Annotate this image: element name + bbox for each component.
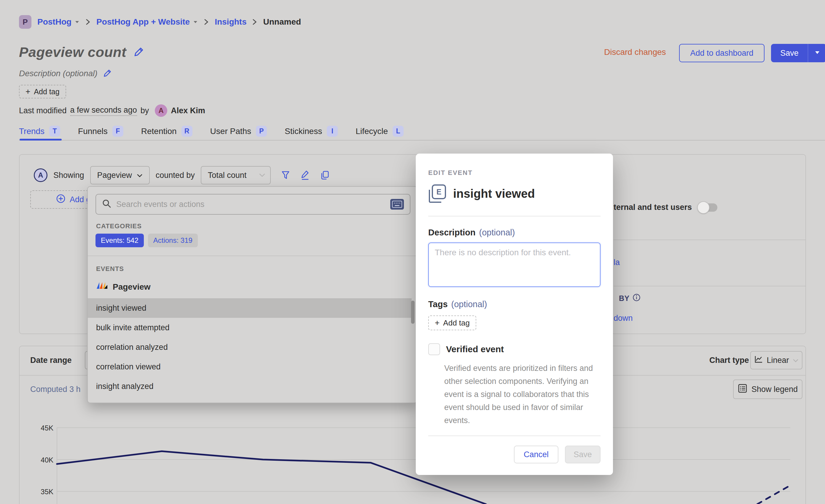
chevron-right-icon <box>204 18 209 25</box>
chevron-down-icon <box>793 356 799 365</box>
chevron-right-icon <box>86 18 90 25</box>
page-header: Pageview count <box>19 44 144 60</box>
computed-status-fragment: Computed 3 h <box>30 385 81 394</box>
rename-pencil-icon[interactable] <box>300 170 310 180</box>
caret-down-icon <box>74 20 80 24</box>
event-search-box <box>95 194 410 215</box>
save-button[interactable]: Save <box>771 44 808 62</box>
add-tag-button[interactable]: + Add tag <box>19 85 66 98</box>
shortcut-badge: R <box>181 126 193 137</box>
event-group-header: Pageview <box>96 281 151 292</box>
tabs-divider <box>19 140 825 141</box>
breadcrumb-current: Unnamed <box>263 17 301 27</box>
chip-events[interactable]: Events: 542 <box>95 234 144 247</box>
modal-kicker: EDIT EVENT <box>428 169 473 177</box>
breadcrumb: P PostHog PostHog App + Website Insights… <box>19 15 301 29</box>
active-tab-underline <box>19 139 62 141</box>
internal-users-toggle[interactable] <box>698 203 717 212</box>
tab-user-paths[interactable]: User Paths P <box>210 126 267 137</box>
verified-event-description: Verified events are prioritized in filte… <box>444 362 603 427</box>
filter-icon[interactable] <box>281 170 290 180</box>
modal-title: insight viewed <box>453 187 535 200</box>
event-list-item[interactable]: insight viewed <box>88 298 411 318</box>
modal-divider <box>428 216 601 217</box>
cancel-button[interactable]: Cancel <box>514 445 558 464</box>
posthog-app: { "breadcrumb": { "org_initial": "P", "i… <box>0 0 825 504</box>
description-label-row: Description (optional) <box>428 228 515 238</box>
category-chips: Events: 542 Actions: 319 <box>95 234 198 247</box>
plus-icon: + <box>435 318 440 328</box>
tab-lifecycle[interactable]: Lifecycle L <box>356 126 403 137</box>
edit-event-modal: EDIT EVENT E insight viewed Description … <box>416 154 613 475</box>
trend-line-dashed-projection <box>757 485 790 504</box>
modal-save-button-disabled[interactable]: Save <box>565 445 601 464</box>
add-to-dashboard-button[interactable]: Add to dashboard <box>679 44 764 62</box>
event-list-item[interactable]: correlation viewed <box>88 357 411 376</box>
verified-event-row: Verified event <box>428 343 504 355</box>
chip-actions[interactable]: Actions: 319 <box>148 234 198 247</box>
verified-event-label: Verified event <box>446 344 504 354</box>
picker-divider <box>88 256 417 256</box>
avatar[interactable]: A <box>155 104 167 117</box>
event-description-textarea[interactable] <box>428 243 601 287</box>
plus-circle-icon <box>56 194 66 205</box>
metric-select-button[interactable]: Total count <box>201 166 271 184</box>
show-legend-button[interactable]: Show legend <box>733 380 803 399</box>
event-search-input[interactable] <box>116 200 385 209</box>
breadcrumb-item-project[interactable]: PostHog App + Website <box>96 17 198 27</box>
formula-link-fragment[interactable]: la <box>614 258 620 267</box>
event-picker-popover: CATEGORIES Events: 542 Actions: 319 EVEN… <box>87 186 418 403</box>
event-select-button[interactable]: Pageview <box>90 166 150 184</box>
org-avatar[interactable]: P <box>19 15 31 29</box>
plus-icon: + <box>25 87 30 96</box>
line-chart-icon <box>754 355 763 365</box>
tab-funnels[interactable]: Funnels F <box>78 126 123 137</box>
breakdown-by-row: BY <box>619 293 641 303</box>
event-definition-icon: E <box>428 184 446 203</box>
verified-event-checkbox[interactable] <box>428 343 440 355</box>
event-list: insight viewed bulk invite attempted cor… <box>88 298 411 396</box>
shortcut-badge: T <box>49 126 60 137</box>
events-section-label: EVENTS <box>96 265 124 273</box>
breadcrumb-item-org[interactable]: PostHog <box>38 17 80 27</box>
tab-trends[interactable]: Trends T <box>19 126 60 137</box>
discard-changes-button[interactable]: Discard changes <box>604 48 666 57</box>
chevron-down-icon <box>137 171 143 180</box>
info-icon[interactable] <box>632 293 641 303</box>
chart-type-select[interactable]: Linear <box>750 351 803 369</box>
search-icon <box>102 199 111 209</box>
internal-users-row: ternal and test users <box>614 203 717 212</box>
description-placeholder: Description (optional) <box>19 69 97 78</box>
description-row: Description (optional) <box>19 69 112 78</box>
scrollbar-thumb[interactable] <box>411 301 415 324</box>
tab-stickiness[interactable]: Stickiness I <box>285 126 338 137</box>
modal-title-row: E insight viewed <box>428 184 535 203</box>
edit-title-pencil-icon[interactable] <box>134 47 144 58</box>
series-letter-badge[interactable]: A <box>34 168 48 182</box>
edit-description-pencil-icon[interactable] <box>103 69 112 78</box>
add-breakdown-link-fragment[interactable]: down <box>614 314 633 323</box>
event-list-item[interactable]: insight analyzed <box>88 376 411 396</box>
save-options-caret[interactable] <box>808 44 825 62</box>
legend-icon <box>738 384 747 395</box>
shortcut-badge: L <box>393 126 403 137</box>
chevron-right-icon <box>252 18 257 25</box>
save-split-button: Save <box>771 44 825 62</box>
series-row: A Showing Pageview counted by Total coun… <box>34 166 329 184</box>
counted-by-label: counted by <box>156 171 195 180</box>
modal-add-tag-button[interactable]: + Add tag <box>428 316 476 330</box>
event-list-item[interactable]: correlation analyzed <box>88 337 411 357</box>
shortcut-badge: F <box>112 126 123 137</box>
date-range-label: Date range <box>30 356 72 365</box>
modified-time[interactable]: a few seconds ago <box>70 105 137 116</box>
tags-label-row: Tags (optional) <box>428 300 487 309</box>
shortcut-badge: I <box>327 126 338 137</box>
duplicate-icon[interactable] <box>320 170 329 180</box>
breadcrumb-item-insights[interactable]: Insights <box>215 17 246 27</box>
event-list-item[interactable]: bulk invite attempted <box>88 318 411 337</box>
keyboard-icon <box>390 199 404 209</box>
caret-down-icon <box>193 20 198 24</box>
caret-down-icon <box>814 51 820 56</box>
tab-retention[interactable]: Retention R <box>141 126 193 137</box>
modal-footer-divider <box>428 435 601 436</box>
